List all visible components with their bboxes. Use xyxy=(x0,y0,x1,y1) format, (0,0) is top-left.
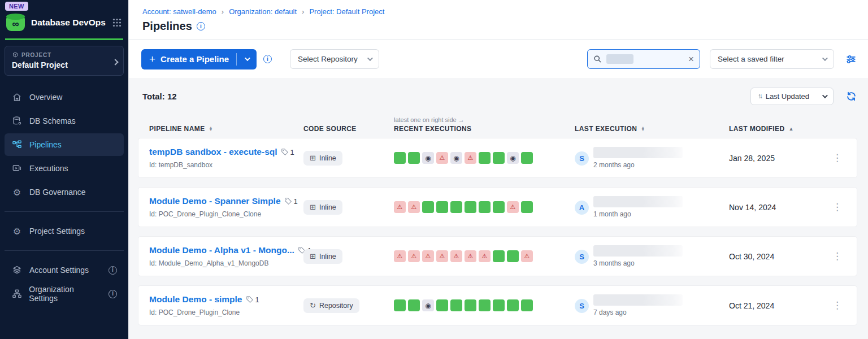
pipeline-name-link[interactable]: Module Demo - Alpha v1 - Mongo... xyxy=(149,245,294,255)
last-execution-time: 2 months ago xyxy=(593,161,683,169)
sidebar-item-db-schemas[interactable]: DB Schemas xyxy=(5,110,124,132)
sidebar-item-account-settings[interactable]: Account Settings i xyxy=(5,259,124,281)
sidebar-item-db-governance[interactable]: ⚙ DB Governance xyxy=(5,181,124,203)
execution-status-failed[interactable]: ⚠ xyxy=(521,250,533,262)
info-icon[interactable]: i xyxy=(263,55,272,63)
brand-divider xyxy=(5,38,123,40)
execution-status-failed[interactable]: ⚠ xyxy=(465,152,476,164)
select-repository-dropdown[interactable]: Select Repository xyxy=(290,49,379,69)
execution-status-skipped[interactable]: ◉ xyxy=(450,152,462,164)
execution-status-failed[interactable]: ⚠ xyxy=(408,201,420,213)
row-menu-icon[interactable]: ⋮ xyxy=(829,299,845,311)
execution-status-success[interactable] xyxy=(493,299,505,311)
breadcrumb-account-link[interactable]: Account: satwell-demo xyxy=(142,7,216,16)
execution-status-success[interactable] xyxy=(507,299,519,311)
execution-status-success[interactable] xyxy=(493,152,505,164)
row-menu-icon[interactable]: ⋮ xyxy=(829,201,845,213)
sidebar-item-executions[interactable]: Executions xyxy=(5,157,124,180)
filter-sliders-icon[interactable] xyxy=(845,54,857,65)
execution-status-success[interactable] xyxy=(521,299,533,311)
last-execution-time: 1 month ago xyxy=(593,210,683,218)
execution-status-failed[interactable]: ⚠ xyxy=(479,250,491,262)
execution-status-success[interactable] xyxy=(465,299,476,311)
pipeline-name-link[interactable]: Module Demo - Spanner Simple xyxy=(149,196,281,206)
sort-dropdown[interactable]: ↑↓ Last Updated xyxy=(750,88,834,105)
tag-count-value: 1 xyxy=(290,148,294,157)
execution-status-success[interactable] xyxy=(493,250,505,262)
execution-status-failed[interactable]: ⚠ xyxy=(436,152,448,164)
row-menu-icon[interactable]: ⋮ xyxy=(829,250,845,262)
execution-status-success[interactable] xyxy=(507,250,519,262)
info-icon[interactable]: i xyxy=(108,290,117,298)
breadcrumb-organization-link[interactable]: Organization: default xyxy=(229,7,297,16)
execution-status-success[interactable] xyxy=(479,201,491,213)
sort-arrows-icon: ↑↓ xyxy=(758,92,761,100)
execution-status-success[interactable] xyxy=(436,299,448,311)
recent-executions: ⚠⚠⚠⚠⚠⚠⚠⚠ xyxy=(394,250,575,262)
saved-filter-dropdown[interactable]: Select a saved filter xyxy=(710,49,834,69)
gear-icon: ⚙ xyxy=(11,186,23,198)
row-menu-icon[interactable]: ⋮ xyxy=(829,152,845,164)
pipelines-list-section: Total: 12 ↑↓ Last Updated PIPELINE NAME xyxy=(129,79,868,325)
execution-status-success[interactable] xyxy=(450,201,462,213)
execution-status-success[interactable] xyxy=(408,152,420,164)
execution-status-success[interactable] xyxy=(408,299,420,311)
sidebar-item-project-settings[interactable]: ⚙ Project Settings xyxy=(5,220,124,242)
execution-status-success[interactable] xyxy=(521,201,533,213)
code-source-icon: ↻ xyxy=(310,302,316,309)
execution-status-failed[interactable]: ⚠ xyxy=(422,250,434,262)
code-source-badge: ↻Repository xyxy=(303,298,359,313)
info-icon[interactable]: i xyxy=(108,266,117,275)
execution-status-skipped[interactable]: ◉ xyxy=(422,299,434,311)
create-pipeline-button[interactable]: + Create a Pipeline xyxy=(141,49,257,69)
avatar: S xyxy=(575,151,589,166)
create-pipeline-dropdown[interactable] xyxy=(237,57,257,61)
tag-count: 1 xyxy=(281,148,294,157)
execution-status-success[interactable] xyxy=(493,201,505,213)
clear-search-icon[interactable]: × xyxy=(688,54,694,64)
pipeline-name-link[interactable]: tempDB sandbox - execute-sql xyxy=(149,147,277,157)
execution-status-failed[interactable]: ⚠ xyxy=(507,201,519,213)
breadcrumb-separator: › xyxy=(222,7,224,16)
execution-status-failed[interactable]: ⚠ xyxy=(394,201,406,213)
tag-count: 1 xyxy=(284,197,298,206)
pipeline-icon xyxy=(11,139,23,150)
execution-status-success[interactable] xyxy=(479,152,491,164)
refresh-icon[interactable] xyxy=(846,91,857,102)
execution-status-success[interactable] xyxy=(450,299,462,311)
execution-status-failed[interactable]: ⚠ xyxy=(394,250,406,262)
execution-status-failed[interactable]: ⚠ xyxy=(450,250,462,262)
sort-toggle-icon[interactable]: ▲▼ xyxy=(209,127,213,131)
breadcrumb: Account: satwell-demo › Organization: de… xyxy=(142,7,868,16)
info-icon[interactable]: i xyxy=(197,22,205,31)
project-selector[interactable]: PROJECT Default Project xyxy=(5,46,124,76)
sidebar-item-overview[interactable]: Overview xyxy=(5,86,124,108)
sidebar-item-organization-settings[interactable]: Organization Settings i xyxy=(5,282,124,305)
select-repository-label: Select Repository xyxy=(298,55,358,63)
sidebar-nav: Overview DB Schemas Pipelines xyxy=(0,86,128,203)
execution-status-success[interactable] xyxy=(521,152,533,164)
tag-count: 1 xyxy=(246,295,259,304)
execution-status-success[interactable] xyxy=(465,201,476,213)
pipeline-id: Id: Module_Demo_Alpha_v1_MongoDB xyxy=(149,259,303,267)
column-header-code-source: CODE SOURCE xyxy=(303,125,394,133)
execution-status-success[interactable] xyxy=(394,152,406,164)
execution-status-success[interactable] xyxy=(394,299,406,311)
execution-status-failed[interactable]: ⚠ xyxy=(436,250,448,262)
execution-status-failed[interactable]: ⚠ xyxy=(465,250,476,262)
execution-status-failed[interactable]: ⚠ xyxy=(408,250,420,262)
app-grid-icon[interactable] xyxy=(112,18,121,27)
execution-status-success[interactable] xyxy=(479,299,491,311)
execution-status-skipped[interactable]: ◉ xyxy=(507,152,519,164)
execution-status-skipped[interactable]: ◉ xyxy=(422,152,434,164)
execution-status-success[interactable] xyxy=(436,201,448,213)
sidebar-item-pipelines[interactable]: Pipelines xyxy=(5,133,124,156)
layers-icon xyxy=(11,264,23,276)
execution-status-success[interactable] xyxy=(422,201,434,213)
sort-toggle-icon[interactable]: ▲▼ xyxy=(641,127,645,131)
sort-ascending-icon[interactable]: ▲ xyxy=(789,126,794,132)
pipeline-name-link[interactable]: Module Demo - simple xyxy=(149,294,242,305)
total-count: Total: 12 xyxy=(142,92,177,101)
search-input[interactable]: × xyxy=(587,49,700,69)
breadcrumb-project-link[interactable]: Project: Default Project xyxy=(309,7,384,16)
